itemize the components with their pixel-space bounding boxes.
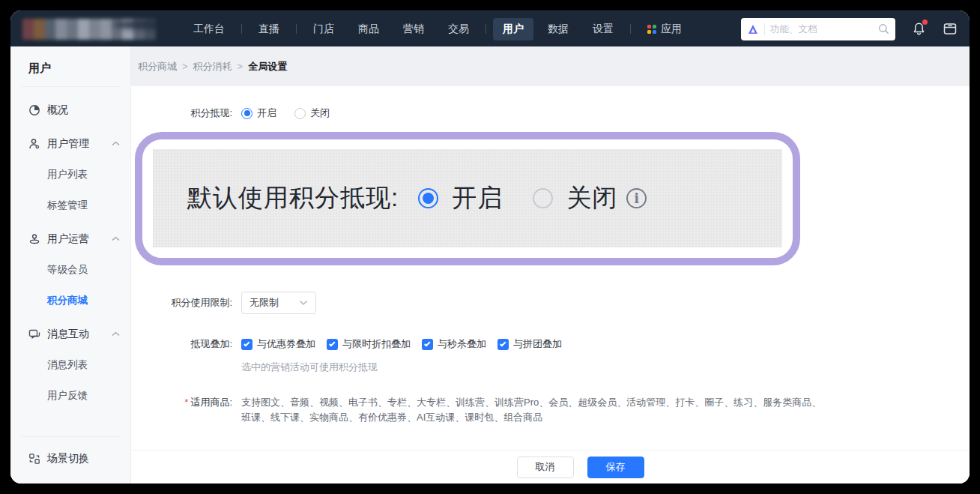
usage-limit-select[interactable]: 无限制 — [241, 292, 316, 314]
sidebar-item-user-management[interactable]: 用户管理 — [10, 128, 130, 159]
stacking-hint-row: 选中的营销活动可使用积分抵现 — [131, 361, 970, 374]
global-search[interactable] — [741, 18, 895, 40]
applicable-goods-label: *适用商品: — [131, 395, 232, 410]
checkbox-checked-icon — [241, 339, 252, 350]
nav-divider — [630, 24, 631, 34]
magnifier-highlight-callout: 默认使用积分抵现: 开启 关闭 i — [135, 132, 800, 265]
default-deduction-label: 默认使用积分抵现: — [187, 181, 399, 215]
nav-item-apps[interactable]: 应用 — [638, 18, 692, 40]
stack-with-flash-discount-checkbox[interactable]: 与限时折扣叠加 — [327, 337, 411, 351]
breadcrumb-global-settings: 全局设置 — [248, 60, 287, 73]
save-button[interactable]: 保存 — [587, 457, 644, 478]
nav-item-stores[interactable]: 门店 — [303, 18, 344, 40]
sidebar-title: 用户 — [10, 46, 130, 86]
main-area: 积分商城 > 积分消耗 > 全局设置 积分抵现: 开启 — [131, 46, 970, 484]
breadcrumb-separator: > — [182, 61, 188, 72]
notification-badge — [922, 19, 928, 25]
default-deduction-on-label: 开启 — [452, 181, 503, 215]
checkbox-checked-icon — [327, 339, 338, 350]
sidebar-item-overview[interactable]: 概况 — [10, 94, 130, 125]
chat-icon — [28, 328, 40, 340]
breadcrumb-points-mall[interactable]: 积分商城 — [138, 60, 177, 73]
nav-divider — [486, 24, 486, 34]
stacking-row: 抵现叠加: 与优惠券叠加 与限时折扣叠加 与秒杀叠加 — [131, 337, 970, 351]
store-icon — [943, 22, 958, 36]
stack-with-seckill-checkbox[interactable]: 与秒杀叠加 — [422, 337, 486, 351]
nav-item-trade[interactable]: 交易 — [438, 18, 479, 40]
cancel-button[interactable]: 取消 — [517, 457, 574, 478]
radio-off-icon — [294, 108, 306, 119]
sidebar-item-scene-switch[interactable]: 场景切换 — [10, 445, 130, 473]
chevron-up-icon — [112, 236, 120, 241]
top-navbar: 工作台 直播 门店 商品 营销 交易 用户 数据 设置 应用 — [10, 10, 970, 46]
magnifier-icon — [878, 23, 889, 34]
nav-item-marketing[interactable]: 营销 — [393, 18, 434, 40]
nav-divider — [241, 24, 242, 34]
notifications-button[interactable] — [912, 22, 926, 36]
settings-form: 积分抵现: 开启 关闭 默认使用积 — [131, 86, 970, 450]
sidebar-item-tag-management[interactable]: 标签管理 — [10, 190, 130, 220]
breadcrumb-separator: > — [238, 61, 244, 72]
nav-item-settings[interactable]: 设置 — [583, 18, 623, 40]
required-mark: * — [184, 397, 188, 408]
radio-on-icon — [418, 188, 438, 208]
sidebar-menu: 概况 用户管理 用户列表 标签管理 — [10, 87, 130, 429]
stacking-hint: 选中的营销活动可使用积分抵现 — [241, 361, 378, 374]
nav-divider — [296, 24, 297, 34]
points-usage-limit-row: 积分使用限制: 无限制 — [131, 292, 970, 314]
breadcrumb-points-consumption[interactable]: 积分消耗 — [193, 60, 232, 73]
nav-item-workbench[interactable]: 工作台 — [184, 18, 235, 40]
stacking-label: 抵现叠加: — [131, 337, 232, 351]
sidebar-item-points-mall[interactable]: 积分商城 — [10, 285, 130, 316]
search-app-logo-icon — [747, 23, 759, 35]
stack-with-groupbuy-checkbox[interactable]: 与拼团叠加 — [497, 337, 562, 351]
store-switch-button[interactable] — [943, 22, 958, 36]
pie-chart-icon — [28, 104, 40, 116]
sidebar-divider — [21, 436, 120, 437]
nav-item-live[interactable]: 直播 — [249, 18, 289, 40]
points-deduction-label: 积分抵现: — [131, 106, 232, 120]
chevron-up-icon — [112, 141, 120, 146]
breadcrumb: 积分商城 > 积分消耗 > 全局设置 — [131, 46, 970, 86]
apps-grid-icon — [647, 25, 656, 34]
radio-off-icon — [533, 188, 553, 208]
sidebar-item-member-levels[interactable]: 等级会员 — [10, 254, 130, 285]
scene-switch-icon — [28, 453, 40, 465]
checkbox-checked-icon — [497, 339, 509, 350]
default-deduction-off-label: 关闭 — [566, 181, 617, 215]
info-icon: i — [626, 188, 647, 208]
applicable-goods-row: *适用商品: 支持图文、音频、视频、电子书、专栏、大专栏、训练营、训练营Pro、… — [131, 395, 970, 425]
primary-nav: 工作台 直播 门店 商品 营销 交易 用户 数据 设置 应用 — [181, 18, 694, 40]
sidebar-item-message-list[interactable]: 消息列表 — [10, 349, 130, 380]
chevron-up-icon — [112, 331, 120, 337]
search-input[interactable] — [770, 24, 873, 34]
nav-right-tools — [741, 18, 958, 40]
sidebar-item-user-feedback[interactable]: 用户反馈 — [10, 380, 130, 411]
stack-with-coupon-checkbox[interactable]: 与优惠券叠加 — [241, 337, 315, 351]
sidebar: 用户 概况 用户管理 — [10, 46, 131, 484]
sidebar-item-user-operation[interactable]: 用户运营 — [10, 223, 130, 254]
app-window: 工作台 直播 门店 商品 营销 交易 用户 数据 设置 应用 — [10, 10, 970, 484]
member-operation-icon — [28, 233, 40, 245]
points-deduction-row: 积分抵现: 开启 关闭 — [131, 106, 970, 120]
applicable-goods-text: 支持图文、音频、视频、电子书、专栏、大专栏、训练营、训练营Pro、会员、超级会员… — [241, 395, 821, 425]
deduction-on-option[interactable]: 开启 — [241, 106, 276, 120]
sidebar-item-message-interaction[interactable]: 消息互动 — [10, 319, 130, 349]
nav-item-data[interactable]: 数据 — [538, 18, 578, 40]
checkbox-checked-icon — [422, 339, 433, 350]
points-usage-limit-label: 积分使用限制: — [131, 296, 232, 310]
blurred-logo — [22, 19, 156, 40]
user-icon — [28, 138, 40, 150]
sidebar-item-user-list[interactable]: 用户列表 — [10, 159, 130, 190]
form-footer: 取消 保存 — [131, 450, 970, 484]
nav-item-goods[interactable]: 商品 — [348, 18, 389, 40]
nav-item-users[interactable]: 用户 — [493, 18, 533, 40]
deduction-off-option[interactable]: 关闭 — [294, 106, 330, 120]
radio-on-icon — [241, 108, 252, 119]
search-divider — [764, 23, 765, 35]
magnified-region: 默认使用积分抵现: 开启 关闭 i — [153, 149, 782, 247]
chevron-down-icon — [299, 300, 308, 306]
